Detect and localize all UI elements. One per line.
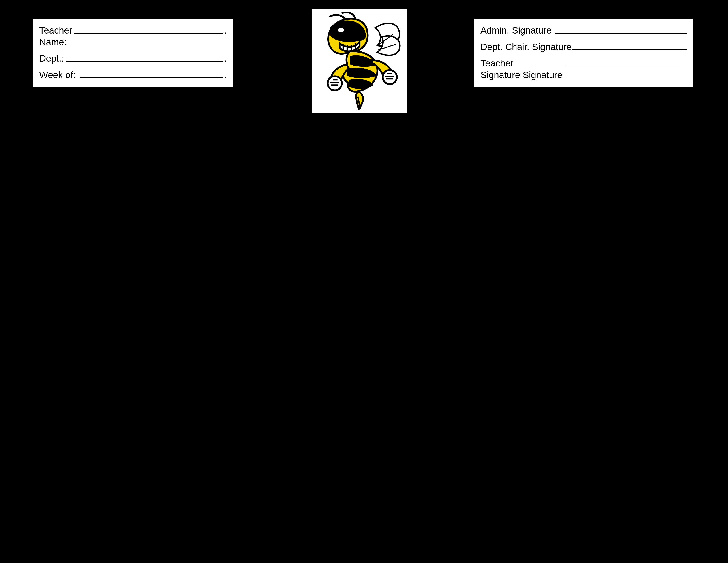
svg-point-0 — [338, 28, 344, 32]
teacher-name-row: Teacher Name: . — [39, 24, 227, 48]
admin-signature-blank[interactable] — [555, 24, 687, 34]
teacher-info-card: Teacher Name: . Dept.: . Week of: . — [33, 19, 233, 86]
teacher-signature-row: Teacher Signature Signature — [480, 57, 687, 81]
dept-chair-signature-blank[interactable] — [572, 40, 687, 50]
week-of-dot: . — [223, 69, 227, 81]
week-of-blank[interactable] — [80, 68, 223, 78]
dept-blank[interactable] — [66, 52, 223, 62]
teacher-signature-blank[interactable] — [566, 57, 687, 66]
dept-label: Dept.: — [39, 53, 64, 64]
dept-dot: . — [223, 53, 227, 64]
svg-point-2 — [383, 70, 397, 84]
hornet-mascot-icon — [315, 12, 404, 110]
week-of-row: Week of: . — [39, 68, 227, 81]
svg-point-1 — [328, 76, 342, 90]
teacher-name-dot: . — [223, 25, 227, 36]
dept-chair-signature-row: Dept. Chair. Signature — [480, 40, 687, 53]
teacher-signature-label: Teacher Signature Signature — [480, 58, 562, 81]
signatures-card: Admin. Signature Dept. Chair. Signature … — [474, 19, 693, 86]
admin-signature-label: Admin. Signature — [480, 25, 552, 36]
page: Teacher Name: . Dept.: . Week of: . — [0, 0, 728, 563]
hornet-logo-box — [312, 9, 407, 113]
week-of-label: Week of: — [39, 69, 76, 81]
dept-row: Dept.: . — [39, 52, 227, 64]
admin-signature-row: Admin. Signature — [480, 24, 687, 36]
teacher-name-label: Teacher Name: — [39, 25, 72, 48]
teacher-name-blank[interactable] — [74, 24, 223, 34]
dept-chair-signature-label: Dept. Chair. Signature — [480, 41, 572, 53]
